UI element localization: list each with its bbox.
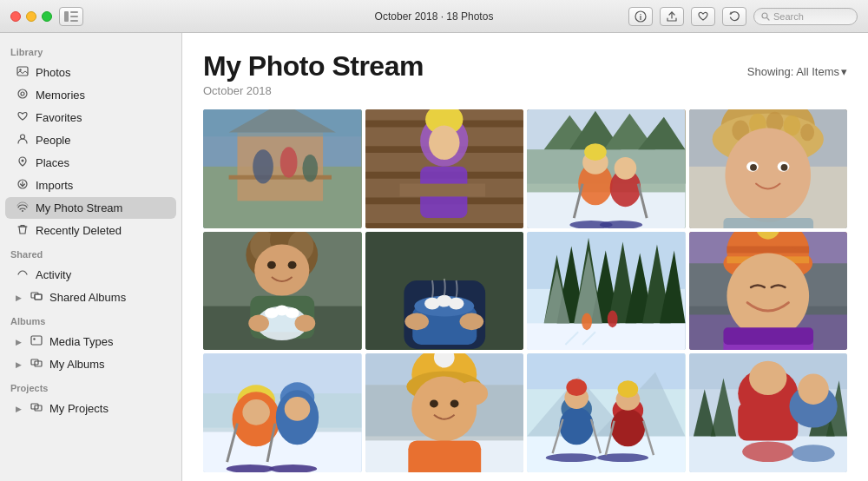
close-button[interactable] (10, 11, 21, 22)
favorite-button[interactable] (691, 7, 715, 26)
rotate-button[interactable] (722, 7, 746, 26)
sidebar-item-imports[interactable]: Imports (5, 175, 176, 196)
sidebar-item-memories-label: Memories (36, 89, 85, 102)
sidebar-item-shared-albums-label: Shared Albums (49, 291, 126, 304)
sidebar-item-activity[interactable]: Activity (5, 264, 176, 286)
my-albums-expand-icon: ▶ (16, 360, 22, 369)
photo-item-1[interactable] (203, 109, 362, 228)
info-button[interactable]: i (628, 7, 653, 26)
sidebar-item-memories[interactable]: Memories (5, 84, 176, 106)
svg-rect-126 (727, 246, 809, 253)
svg-rect-8 (17, 67, 28, 76)
places-icon (16, 155, 30, 170)
svg-line-7 (767, 18, 769, 20)
photo-item-11[interactable] (527, 353, 686, 472)
svg-rect-3 (70, 20, 78, 22)
sidebar-item-places-label: Places (36, 156, 69, 169)
svg-rect-105 (527, 323, 686, 350)
memories-icon (16, 88, 30, 102)
svg-point-85 (267, 260, 276, 268)
app-body: Library Photos Memories Favorites People (0, 33, 868, 481)
svg-point-166 (566, 379, 587, 397)
sidebar-item-people[interactable]: People (5, 129, 176, 151)
svg-point-13 (22, 160, 24, 162)
titlebar: October 2018 · 18 Photos i (0, 0, 868, 33)
svg-point-11 (21, 92, 24, 96)
sidebar-item-my-albums[interactable]: ▶ My Albums (5, 353, 176, 375)
showing-selector[interactable]: Showing: All Items ▾ (747, 65, 847, 78)
svg-point-71 (800, 124, 814, 142)
sidebar-item-my-photo-stream[interactable]: My Photo Stream (5, 197, 176, 219)
svg-point-84 (254, 244, 309, 295)
svg-point-94 (295, 314, 316, 332)
photo-item-5[interactable] (203, 232, 362, 351)
svg-rect-186 (738, 402, 798, 440)
photo-item-8[interactable] (689, 232, 848, 351)
sidebar-toggle-button[interactable] (59, 7, 83, 26)
svg-point-185 (749, 361, 786, 395)
share-button[interactable] (660, 7, 684, 26)
sidebar-item-recently-deleted[interactable]: Recently Deleted (5, 220, 176, 241)
svg-point-188 (798, 374, 829, 405)
photo-item-12[interactable] (689, 353, 848, 472)
svg-point-190 (792, 445, 834, 463)
traffic-lights (10, 11, 52, 22)
sidebar-item-my-projects[interactable]: ▶ My Projects (5, 398, 176, 419)
svg-point-72 (725, 128, 811, 222)
svg-point-30 (253, 149, 273, 183)
svg-point-6 (762, 13, 767, 18)
svg-point-32 (302, 155, 318, 182)
titlebar-title: October 2018 · 18 Photos (375, 10, 494, 23)
favorites-icon (16, 110, 30, 125)
svg-point-58 (615, 157, 637, 180)
shared-albums-expand-icon: ▶ (16, 293, 22, 302)
photo-item-6[interactable] (365, 232, 524, 351)
svg-rect-160 (527, 353, 686, 389)
imports-icon (16, 178, 30, 193)
titlebar-actions: i Search (628, 7, 858, 26)
photo-item-4[interactable] (689, 109, 848, 228)
svg-point-164 (559, 407, 593, 445)
projects-section-label: Projects (0, 376, 181, 397)
my-photo-stream-icon (16, 201, 30, 215)
svg-point-102 (404, 313, 429, 330)
svg-rect-134 (203, 353, 362, 393)
sidebar-item-media-types[interactable]: ▶ Media Types (5, 331, 176, 353)
svg-point-117 (582, 313, 592, 330)
sidebar-item-favorites[interactable]: Favorites (5, 107, 176, 128)
minimize-button[interactable] (26, 11, 36, 22)
photo-item-10[interactable] (365, 353, 524, 472)
svg-rect-77 (723, 218, 813, 228)
sidebar-item-media-types-label: Media Types (49, 335, 113, 348)
svg-point-92 (286, 307, 299, 318)
svg-point-93 (248, 314, 269, 332)
maximize-button[interactable] (42, 11, 52, 22)
sidebar-item-photos[interactable]: Photos (5, 62, 176, 83)
svg-point-168 (611, 409, 645, 446)
svg-point-154 (457, 382, 488, 406)
svg-text:i: i (640, 13, 642, 22)
svg-point-101 (448, 297, 464, 309)
shared-albums-icon (30, 290, 43, 305)
svg-point-31 (280, 147, 298, 178)
sidebar-item-shared-albums[interactable]: ▶ Shared Albums (5, 287, 176, 308)
svg-rect-157 (408, 441, 481, 472)
showing-label: Showing: All Items (747, 65, 839, 78)
svg-point-155 (429, 400, 437, 408)
photo-item-7[interactable] (527, 232, 686, 351)
photo-item-9[interactable] (203, 353, 362, 472)
svg-point-140 (242, 399, 270, 425)
svg-rect-33 (203, 109, 362, 136)
photos-icon (16, 65, 30, 80)
my-projects-icon (30, 401, 43, 416)
sidebar-item-places[interactable]: Places (5, 152, 176, 174)
svg-point-129 (727, 253, 809, 339)
photo-item-3[interactable] (527, 109, 686, 228)
photo-item-2[interactable] (365, 109, 524, 228)
svg-rect-1 (70, 11, 78, 13)
sidebar-item-favorites-label: Favorites (36, 111, 82, 124)
search-box[interactable]: Search (753, 8, 858, 25)
sidebar-item-my-photo-stream-label: My Photo Stream (36, 201, 122, 214)
svg-point-141 (285, 397, 311, 421)
svg-point-189 (742, 442, 793, 463)
